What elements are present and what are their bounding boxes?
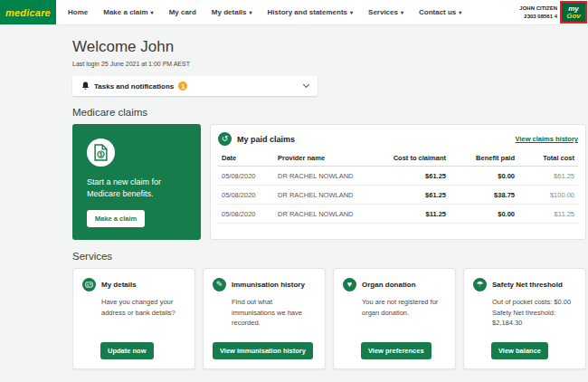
nav-item-my-card[interactable]: My card bbox=[169, 8, 196, 16]
chevron-down-icon: ▾ bbox=[151, 10, 154, 15]
nav-item-contact-us[interactable]: Contact us▾ bbox=[419, 8, 461, 16]
column-header-cost: Cost to claimant bbox=[366, 150, 450, 167]
paid-claims-header: ↺ My paid claims View claims history bbox=[218, 132, 578, 146]
my-paid-claims-panel: ↺ My paid claims View claims history Dat… bbox=[210, 124, 586, 240]
paid-claims-table: Date Provider name Cost to claimant Bene… bbox=[218, 150, 578, 224]
immunisation-history-card: ✎ Immunisation history Find out what imm… bbox=[203, 268, 326, 369]
chevron-down-icon: ▾ bbox=[401, 10, 403, 15]
user-number: 2303 08561 4 bbox=[519, 13, 557, 20]
page-content: Welcome John Last login 25 June 2021 at … bbox=[0, 38, 588, 369]
make-a-claim-button[interactable]: Make a claim bbox=[87, 210, 145, 227]
paid-claims-title: My paid claims bbox=[237, 135, 295, 144]
column-header-total: Total cost bbox=[518, 150, 578, 167]
umbrella-icon: ☂ bbox=[473, 278, 487, 291]
table-header-row: Date Provider name Cost to claimant Bene… bbox=[218, 150, 578, 167]
table-row: 05/08/2020 DR RACHEL NOWLAND $61.25 $38.… bbox=[218, 186, 578, 205]
syringe-icon: ✎ bbox=[213, 278, 226, 291]
user-name: JOHN CITIZEN bbox=[519, 5, 557, 12]
table-row: 05/08/2020 DR RACHEL NOWLAND $61.25 $0.0… bbox=[218, 167, 578, 186]
column-header-provider: Provider name bbox=[274, 150, 366, 167]
top-navigation: medicare Home Make a claim▾ My card My d… bbox=[0, 0, 588, 25]
view-immunisation-history-button[interactable]: View immunisation history bbox=[213, 342, 313, 359]
card-body: Have you changed your address or bank de… bbox=[101, 297, 185, 318]
notification-badge: 1 bbox=[178, 81, 187, 91]
medicare-claims-heading: Medicare claims bbox=[72, 107, 586, 118]
update-now-button[interactable]: Update now bbox=[100, 342, 154, 359]
card-body: Find out what immunisations we have reco… bbox=[232, 297, 316, 329]
start-new-claim-card: $ Start a new claim for Medicare benefit… bbox=[72, 124, 201, 240]
last-login-text: Last login 25 June 2021 at 1:00 PM AEST bbox=[72, 61, 586, 67]
view-claims-history-link[interactable]: View claims history bbox=[516, 135, 578, 143]
bell-icon bbox=[81, 81, 90, 91]
safety-net-threshold-card: ☂ Safety Net threshold Out of pocket cos… bbox=[463, 268, 586, 369]
nav-item-history-and-statements[interactable]: History and statements▾ bbox=[268, 8, 353, 16]
services-heading: Services bbox=[72, 251, 586, 262]
start-claim-text: Start a new claim for Medicare benefits. bbox=[87, 177, 186, 200]
nav-item-make-a-claim[interactable]: Make a claim▾ bbox=[103, 8, 153, 16]
claims-row: $ Start a new claim for Medicare benefit… bbox=[72, 124, 586, 240]
card-title: Immunisation history bbox=[232, 281, 305, 289]
chevron-down-icon: ▾ bbox=[350, 10, 353, 15]
card-title: Organ donation bbox=[362, 281, 416, 289]
mygov-logo-highlighted[interactable]: my Gov bbox=[560, 1, 587, 24]
card-body: You are not registered for organ donatio… bbox=[362, 297, 446, 318]
chevron-down-icon[interactable] bbox=[303, 81, 309, 88]
column-header-benefit: Benefit paid bbox=[450, 150, 518, 167]
table-row: 05/08/2020 DR RACHEL NOWLAND $11.25 $0.0… bbox=[218, 205, 578, 224]
card-title: Safety Net threshold bbox=[492, 281, 563, 289]
medicare-logo[interactable]: medicare bbox=[0, 0, 56, 24]
nav-item-services[interactable]: Services▾ bbox=[368, 8, 403, 16]
view-preferences-button[interactable]: View preferences bbox=[361, 342, 432, 359]
nav-user-area: JOHN CITIZEN 2303 08561 4 my Gov bbox=[519, 0, 588, 24]
tasks-label: Tasks and notifications bbox=[94, 82, 174, 91]
nav-item-my-details[interactable]: My details▾ bbox=[212, 8, 252, 16]
column-header-date: Date bbox=[218, 150, 274, 167]
tasks-notifications-accordion[interactable]: Tasks and notifications 1 bbox=[72, 76, 318, 96]
my-details-card: My details Have you changed your address… bbox=[72, 268, 195, 369]
chevron-down-icon: ▾ bbox=[459, 10, 461, 15]
heart-icon: ♥ bbox=[343, 278, 356, 291]
claim-document-icon: $ bbox=[87, 138, 115, 167]
view-balance-button[interactable]: View balance bbox=[491, 342, 548, 359]
services-grid: My details Have you changed your address… bbox=[72, 268, 586, 369]
user-identity: JOHN CITIZEN 2303 08561 4 bbox=[519, 5, 557, 19]
history-icon: ↺ bbox=[218, 132, 232, 146]
nav-links: Home Make a claim▾ My card My details▾ H… bbox=[68, 0, 461, 24]
card-body: Out of pocket costs: $0.00 Safety Net th… bbox=[492, 297, 576, 329]
svg-text:$: $ bbox=[100, 151, 103, 158]
nav-item-home[interactable]: Home bbox=[68, 8, 88, 16]
id-card-icon bbox=[82, 278, 96, 291]
organ-donation-card: ♥ Organ donation You are not registered … bbox=[333, 268, 456, 369]
page-title: Welcome John bbox=[72, 38, 586, 56]
chevron-down-icon: ▾ bbox=[250, 10, 252, 15]
card-title: My details bbox=[101, 281, 137, 289]
